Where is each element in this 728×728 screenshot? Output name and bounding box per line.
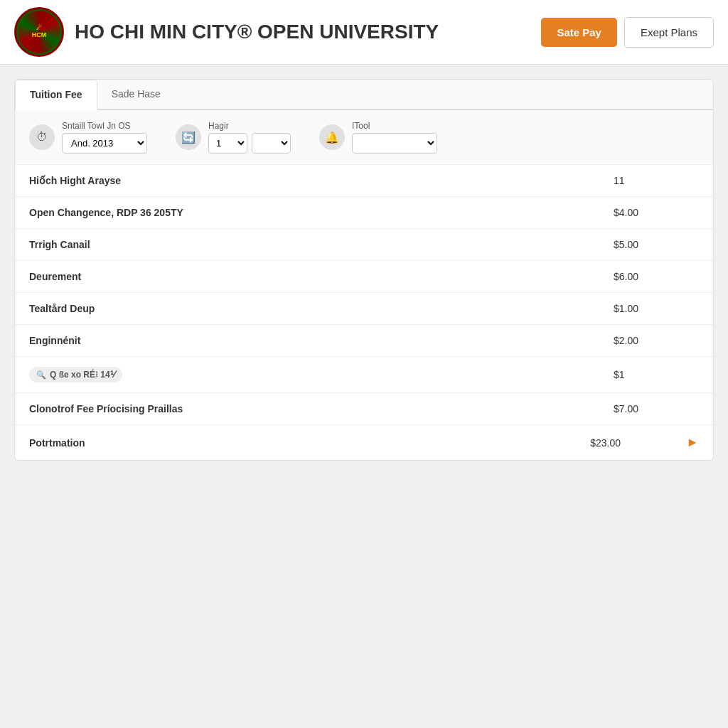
tab-sade-hase[interactable]: Sade Hase — [97, 80, 175, 110]
filter-group-2: 🔄 Hagir 1 2 3 — [176, 121, 291, 154]
row-label: Tealtård Deup — [29, 303, 614, 314]
hagir-select-1[interactable]: 1 2 3 — [208, 133, 247, 154]
data-section: Hiốch Hight Arayse 11 Open Changence, RD… — [15, 165, 713, 460]
table-row: Clonotrof Fee Príocising Praillas $7.00 — [15, 393, 713, 425]
tabs-container: Tuition Fee Sade Hase — [15, 80, 713, 110]
table-row: Tealtård Deup $1.00 — [15, 293, 713, 325]
row-label: 🔍 Q ße xo RÉ⁝ 14⅟ — [29, 367, 614, 382]
row-value: $6.00 — [614, 271, 699, 282]
row-label: Deurement — [29, 271, 614, 282]
row-value: $1.00 — [614, 303, 699, 314]
university-logo: ☄HCM — [14, 7, 64, 57]
filter-group-3: 🔔 ITool — [319, 121, 437, 154]
logo-text: ☄HCM — [32, 25, 47, 39]
row-label: Enginnénit — [29, 335, 614, 346]
main-card: Tuition Fee Sade Hase ⏱ Sntaill Towl Jn … — [14, 79, 714, 461]
row-value: $2.00 — [614, 335, 699, 346]
row-value: $4.00 — [614, 207, 699, 218]
filter-1-label: Sntaill Towl Jn OS — [62, 121, 147, 131]
hagir-selects: 1 2 3 — [208, 133, 291, 154]
filter-group-1: ⏱ Sntaill Towl Jn OS And. 2013 — [29, 121, 147, 154]
row-label: Open Changence, RDP 36 205TY — [29, 207, 614, 218]
exept-plans-button[interactable]: Exept Plans — [624, 17, 714, 48]
row-value: $23.00 — [590, 437, 675, 449]
table-row: Deurement $6.00 — [15, 261, 713, 293]
row-value: $7.00 — [614, 403, 699, 414]
sate-pay-button[interactable]: Sate Pay — [541, 18, 617, 47]
table-row: Hiốch Hight Arayse 11 — [15, 165, 713, 197]
search-badge[interactable]: 🔍 Q ße xo RÉ⁝ 14⅟ — [29, 367, 122, 382]
filter-1-container: Sntaill Towl Jn OS And. 2013 — [62, 121, 147, 154]
row-value: $1 — [614, 369, 699, 380]
row-label: Potrtmation — [29, 437, 590, 449]
table-row: Enginnénit $2.00 — [15, 325, 713, 357]
filter-2-label: Hagir — [208, 121, 291, 131]
table-row: Trrigh Canail $5.00 — [15, 229, 713, 261]
table-row: 🔍 Q ße xo RÉ⁝ 14⅟ $1 — [15, 357, 713, 393]
table-row-last[interactable]: Potrtmation $23.00 ► — [15, 425, 713, 460]
filter-icon-1: ⏱ — [29, 124, 55, 150]
table-row: Open Changence, RDP 36 205TY $4.00 — [15, 197, 713, 229]
row-label: Hiốch Hight Arayse — [29, 175, 614, 186]
filter-3-container: ITool — [352, 121, 437, 154]
tab-tuition-fee[interactable]: Tuition Fee — [15, 80, 97, 110]
row-label: Trrigh Canail — [29, 239, 614, 250]
filter-2-container: Hagir 1 2 3 — [208, 121, 291, 154]
filter-row: ⏱ Sntaill Towl Jn OS And. 2013 🔄 Hagir 1 — [15, 110, 713, 165]
row-value: 11 — [614, 175, 699, 186]
main-content: Tuition Fee Sade Hase ⏱ Sntaill Towl Jn … — [0, 65, 728, 475]
filter-3-label: ITool — [352, 121, 437, 131]
badge-text: Q ße xo RÉ⁝ 14⅟ — [50, 370, 115, 380]
filter-icon-3: 🔔 — [319, 124, 345, 150]
header: ☄HCM HO CHI MIN CITY® OPEN UNIVERSITY Sa… — [0, 0, 728, 65]
row-label: Clonotrof Fee Príocising Praillas — [29, 403, 614, 414]
university-name: HO CHI MIN CITY® OPEN UNIVERSITY — [75, 21, 541, 43]
filter-1-select[interactable]: And. 2013 — [62, 133, 147, 154]
filter-3-select[interactable] — [352, 133, 437, 154]
header-buttons: Sate Pay Exept Plans — [541, 17, 714, 48]
hagir-select-2[interactable] — [252, 133, 291, 154]
row-value: $5.00 — [614, 239, 699, 250]
chevron-right-icon: ► — [686, 435, 699, 450]
filter-icon-2: 🔄 — [176, 124, 201, 150]
search-badge-icon: 🔍 — [36, 370, 46, 380]
